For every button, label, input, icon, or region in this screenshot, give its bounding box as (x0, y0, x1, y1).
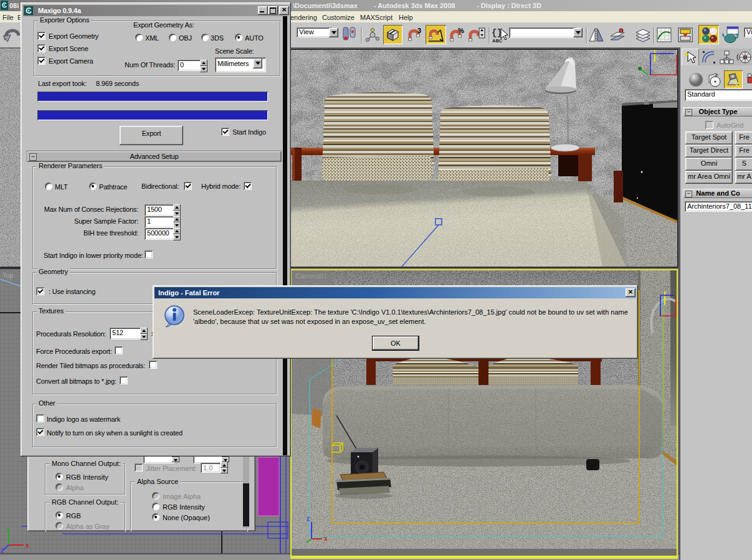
svg-text:y: y (6, 526, 10, 533)
svg-text:3: 3 (417, 27, 421, 34)
svg-text:{}: {} (492, 28, 502, 38)
svg-text:%: % (458, 27, 464, 34)
svg-text:x: x (324, 535, 328, 542)
svg-text:Camera01: Camera01 (295, 272, 327, 280)
svg-text:z: z (1, 547, 4, 553)
svg-text:z: z (307, 515, 310, 522)
svg-text:Perspective: Perspective (294, 52, 330, 59)
svg-text:Top: Top (2, 272, 14, 279)
svg-text:x: x (26, 542, 29, 549)
